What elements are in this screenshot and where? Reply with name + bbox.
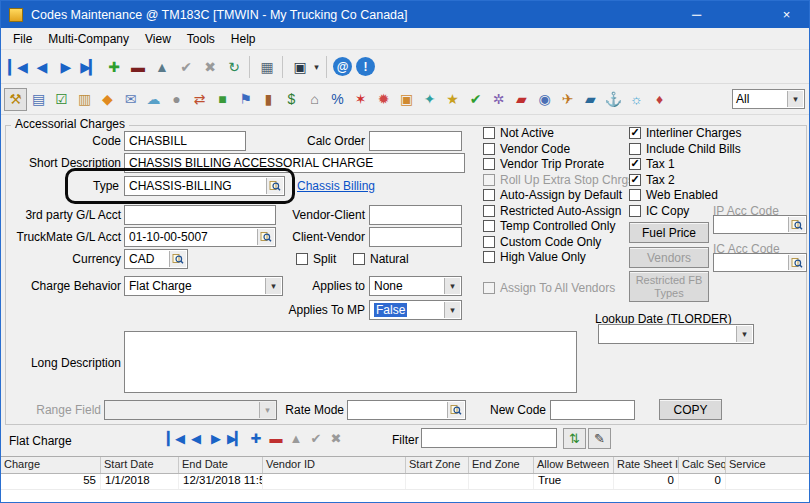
range-field-select[interactable]: ▾: [104, 400, 277, 420]
screen-button[interactable]: ▣: [287, 55, 311, 79]
check-codes-icon[interactable]: ✔: [464, 88, 487, 111]
info-button[interactable]: !: [356, 57, 375, 76]
delete-record-button[interactable]: ▬: [125, 55, 149, 79]
grid-col-service[interactable]: Service: [726, 457, 810, 473]
sun-codes-icon[interactable]: ☼: [625, 88, 648, 111]
rate-mode-lookup-button[interactable]: [447, 402, 464, 418]
ip-acc-code-input[interactable]: [713, 215, 807, 234]
grid-col-calc-seq[interactable]: Calc Seq: [679, 457, 726, 473]
fuel-codes-icon[interactable]: ♦: [648, 88, 671, 111]
package-codes-icon[interactable]: ■: [211, 88, 234, 111]
filter-input[interactable]: [421, 428, 557, 448]
checkbox-include-child-bills[interactable]: Include Child Bills: [629, 142, 741, 156]
grid-col-end-zone[interactable]: End Zone: [469, 457, 534, 473]
restricted-fb-types-button[interactable]: Restricted FB Types: [629, 271, 709, 302]
grid-codes-icon[interactable]: ▤: [27, 88, 50, 111]
menu-view[interactable]: View: [137, 29, 179, 49]
truckmate-gl-lookup-button[interactable]: [257, 229, 274, 245]
prior-record-button[interactable]: ◀: [29, 55, 53, 79]
first-row-button[interactable]: ▎◀: [165, 427, 185, 449]
next-record-button[interactable]: ▶: [53, 55, 77, 79]
checkbox-not-active[interactable]: Not Active: [483, 126, 554, 140]
truck-codes-icon[interactable]: ▰: [579, 88, 602, 111]
currency-codes-icon[interactable]: $: [280, 88, 303, 111]
applies-to-select[interactable]: None ▾: [369, 276, 462, 296]
prior-row-button[interactable]: ◀: [185, 427, 205, 449]
accessorial-charges-icon[interactable]: ⚒: [4, 88, 27, 111]
checkbox-temp-controlled-only[interactable]: Temp Controlled Only: [483, 219, 615, 233]
currency-lookup-button[interactable]: [169, 251, 186, 267]
short-description-input[interactable]: CHASSIS BILLING ACCESSORIAL CHARGE: [124, 153, 465, 173]
last-row-button[interactable]: ▶▎: [225, 427, 245, 449]
chevron-down-icon[interactable]: ▾: [444, 278, 460, 294]
cancel-row-button[interactable]: ✖: [325, 427, 345, 449]
refresh-button[interactable]: ↻: [221, 55, 245, 79]
checkbox-split[interactable]: Split: [296, 252, 336, 266]
checkbox-vendor-trip-prorate[interactable]: Vendor Trip Prorate: [483, 157, 604, 171]
close-button[interactable]: ×: [764, 1, 809, 28]
chevron-down-icon[interactable]: ▾: [736, 326, 752, 342]
grid-row[interactable]: 551/1/201812/31/2018 11:59True00: [1, 474, 810, 490]
disc-codes-icon[interactable]: ●: [165, 88, 188, 111]
currency-input[interactable]: CAD: [124, 249, 188, 269]
checkbox-tax-1[interactable]: Tax 1: [629, 157, 675, 171]
chevron-down-icon[interactable]: ▾: [265, 278, 281, 294]
star-codes-icon[interactable]: ✶: [349, 88, 372, 111]
burst-codes-icon[interactable]: ✹: [372, 88, 395, 111]
charge-behavior-select[interactable]: Flat Charge ▾: [124, 276, 283, 296]
menu-tools[interactable]: Tools: [179, 29, 223, 49]
code-input[interactable]: CHASBILL: [124, 131, 246, 151]
checkbox-web-enabled[interactable]: Web Enabled: [629, 188, 718, 202]
copy-button[interactable]: COPY: [659, 399, 722, 420]
chevron-down-icon[interactable]: ▾: [259, 402, 275, 418]
gem-codes-icon[interactable]: ✦: [418, 88, 441, 111]
truckmate-gl-input[interactable]: 01-10-00-5007: [124, 227, 276, 247]
menu-help[interactable]: Help: [223, 29, 264, 49]
client-vendor-input[interactable]: [369, 227, 462, 247]
grid-col-vendor-id[interactable]: Vendor ID: [263, 457, 406, 473]
cancel-edit-button[interactable]: ✖: [197, 55, 221, 79]
grid-col-end-date[interactable]: End Date: [179, 457, 263, 473]
insert-record-button[interactable]: ✚: [101, 55, 125, 79]
lookup-date-select[interactable]: ▾: [598, 324, 754, 344]
grid-col-allow-between[interactable]: Allow Between: [534, 457, 614, 473]
last-record-button[interactable]: ▶▎: [77, 55, 101, 79]
long-description-textarea[interactable]: [124, 331, 577, 393]
type-input[interactable]: CHASSIS-BILLING: [124, 176, 285, 196]
vehicle-codes-icon[interactable]: ▰: [510, 88, 533, 111]
edit-record-button[interactable]: ▲: [149, 55, 173, 79]
fuel-price-button[interactable]: Fuel Price: [629, 222, 709, 243]
tax-codes-icon[interactable]: %: [326, 88, 349, 111]
grid-col-start-date[interactable]: Start Date: [101, 457, 179, 473]
grid-col-rate-sheet-id[interactable]: Rate Sheet ID: [614, 457, 679, 473]
ip-acc-code-lookup-button[interactable]: [788, 217, 805, 232]
checkbox-assign-to-all-vendors[interactable]: Assign To All Vendors: [483, 281, 615, 295]
delete-row-button[interactable]: ▬: [265, 427, 285, 449]
barrel-codes-icon[interactable]: ▮: [257, 88, 280, 111]
print-button[interactable]: ▦: [254, 55, 278, 79]
transfer-codes-icon[interactable]: ⇄: [188, 88, 211, 111]
filter-edit-button[interactable]: ✎: [588, 428, 611, 449]
plane-codes-icon[interactable]: ✈: [556, 88, 579, 111]
anchor-codes-icon[interactable]: ⚓: [602, 88, 625, 111]
chassis-billing-link[interactable]: Chassis Billing: [297, 179, 375, 193]
notes-codes-icon[interactable]: ▥: [73, 88, 96, 111]
edit-row-button[interactable]: ▲: [285, 427, 305, 449]
chevron-down-icon[interactable]: ▾: [311, 62, 322, 72]
next-row-button[interactable]: ▶: [205, 427, 225, 449]
filter-sort-button[interactable]: ⇅: [563, 428, 586, 449]
web-services-button[interactable]: @: [333, 57, 352, 76]
menu-file[interactable]: File: [5, 29, 40, 49]
chevron-down-icon[interactable]: ▾: [444, 302, 460, 318]
shield-codes-icon[interactable]: ◆: [96, 88, 119, 111]
checkbox-custom-code-only[interactable]: Custom Code Only: [483, 235, 601, 249]
cloud-codes-icon[interactable]: ☁: [142, 88, 165, 111]
checkbox-ic-copy[interactable]: IC Copy: [629, 204, 689, 218]
checkbox-restricted-auto-assign[interactable]: Restricted Auto-Assign: [483, 204, 621, 218]
asterisk-codes-icon[interactable]: ✲: [487, 88, 510, 111]
calc-order-input[interactable]: [369, 131, 462, 151]
checkbox-roll-up-extra-stop-chrgs[interactable]: Roll Up Extra Stop Chrgs: [483, 173, 634, 187]
checkbox-tax-2[interactable]: Tax 2: [629, 173, 675, 187]
checkbox-auto-assign-by-default[interactable]: Auto-Assign by Default: [483, 188, 622, 202]
vendor-client-input[interactable]: [369, 205, 462, 225]
